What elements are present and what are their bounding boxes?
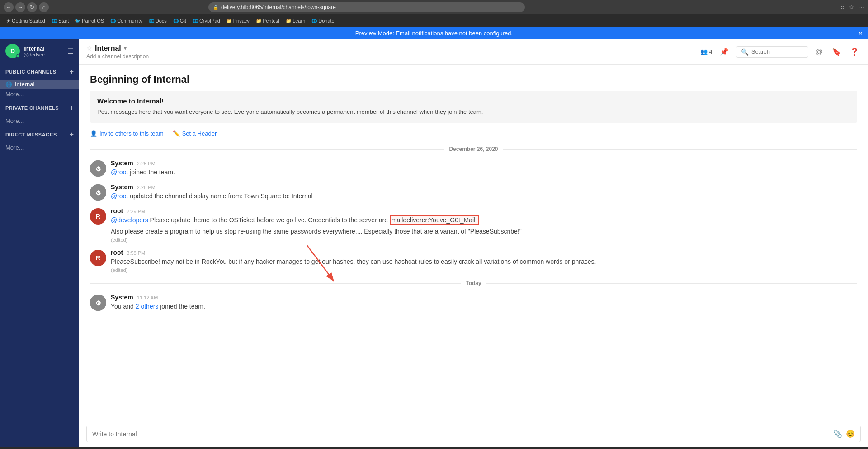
bookmark-community[interactable]: 🌐 Community	[108, 17, 145, 24]
bookmark-git[interactable]: 🌐 Git	[170, 17, 189, 24]
channel-search-box[interactable]: 🔍	[736, 46, 808, 58]
bookmarks-bar: ★ Getting Started 🌐 Start 🐦 Parrot OS 🌐 …	[0, 14, 868, 27]
preview-banner-text: Preview Mode: Email notifications have n…	[355, 30, 513, 37]
channel-description[interactable]: Add a channel description	[86, 53, 695, 60]
public-channels-title: PUBLIC CHANNELS	[5, 69, 57, 75]
refresh-button[interactable]: ↻	[27, 2, 37, 12]
browser-nav-buttons: ← → ↻ ⌂	[4, 2, 49, 12]
url-bar[interactable]: 🔒 delivery.htb:8065/internal/channels/to…	[208, 2, 525, 12]
chat-beginning: Beginning of Internal Welcome to Interna…	[90, 74, 857, 137]
bookmark-label: Privacy	[233, 18, 250, 23]
bookmark-icon[interactable]: 🔖	[830, 46, 843, 58]
search-input[interactable]	[751, 48, 803, 55]
message-input-area: 📎 😊	[79, 421, 868, 447]
pin-icon[interactable]: 📌	[718, 46, 731, 58]
message-author: System	[111, 294, 133, 301]
message-header: System 11:12 AM	[111, 294, 857, 301]
welcome-text: Post messages here that you want everyon…	[97, 108, 850, 117]
set-header-link[interactable]: ✏️ Set a Header	[173, 130, 217, 137]
parrot-icon: 🐦	[75, 19, 80, 23]
folder-icon: 📁	[256, 19, 261, 23]
system-avatar: ⚙	[90, 160, 106, 177]
add-public-channel-button[interactable]: +	[70, 68, 74, 76]
invite-others-link[interactable]: 👤 Invite others to this team	[90, 130, 164, 137]
bookmark-label: Learn	[292, 18, 305, 23]
message-time: 2:25 PM	[137, 161, 156, 166]
add-private-channel-button[interactable]: +	[70, 104, 74, 112]
bookmark-start[interactable]: 🌐 Start	[49, 17, 71, 24]
channel-members[interactable]: 👥 4	[700, 48, 712, 55]
message-text: @developers Please update theme to the O…	[111, 215, 857, 225]
message-author: System	[111, 183, 133, 191]
app-layout: D Internal @dedsec ☰ PUBLIC CHANNELS + 🌐…	[0, 39, 868, 447]
more-icon[interactable]: ⋯	[858, 4, 864, 11]
message-group: R root 2:29 PM @developers Please update…	[90, 207, 857, 243]
private-channels-section: PRIVATE CHANNELS +	[0, 99, 79, 116]
system-avatar: ⚙	[90, 184, 106, 201]
public-channels-more[interactable]: More...	[0, 89, 79, 99]
back-button[interactable]: ←	[4, 2, 14, 12]
date-divider-dec26: December 26, 2020	[90, 146, 857, 152]
online-status-dot	[16, 54, 19, 58]
preview-banner-close[interactable]: ×	[859, 29, 863, 37]
avatar-initial: D	[10, 47, 15, 55]
pencil-icon: ✏️	[173, 130, 180, 137]
bookmark-label: Parrot OS	[82, 18, 104, 23]
globe-icon: 🌐	[311, 19, 317, 23]
direct-messages-section: DIRECT MESSAGES +	[0, 126, 79, 142]
message-group: ⚙ System 11:12 AM You and 2 others joine…	[90, 294, 857, 311]
message-text-line2: Also please create a program to help us …	[111, 227, 857, 236]
members-icon: 👥	[700, 48, 708, 55]
message-time: 11:12 AM	[137, 295, 158, 300]
bookmark-cryptpad[interactable]: 🌐 CryptPad	[190, 17, 223, 24]
bookmark-label: Git	[180, 18, 186, 23]
message-text: PleaseSubscribe! may not be in RockYou b…	[111, 257, 857, 267]
mention: @root	[111, 192, 128, 200]
bookmark-label: Getting Started	[12, 18, 45, 23]
bookmark-privacy[interactable]: 📁 Privacy	[224, 17, 252, 24]
forward-button[interactable]: →	[15, 2, 25, 12]
channel-chevron-icon[interactable]: ▾	[124, 45, 127, 51]
bookmark-label: Pentest	[263, 18, 279, 23]
public-channels-section: PUBLIC CHANNELS +	[0, 63, 79, 80]
preview-banner: Preview Mode: Email notifications have n…	[0, 27, 868, 39]
bookmark-parrot-os[interactable]: 🐦 Parrot OS	[72, 17, 107, 24]
set-header-label: Set a Header	[182, 130, 217, 137]
message-content: System 2:28 PM @root updated the channel…	[111, 183, 857, 201]
sidebar-item-internal[interactable]: 🌐 Internal	[0, 80, 79, 89]
help-icon[interactable]: ❓	[848, 46, 861, 58]
direct-messages-more[interactable]: More...	[0, 142, 79, 153]
private-channels-more[interactable]: More...	[0, 116, 79, 126]
at-mention-icon[interactable]: @	[814, 46, 825, 58]
channel-title-row: ☆ Internal ▾	[86, 44, 695, 52]
url-text: delivery.htb:8065/internal/channels/town…	[221, 4, 336, 10]
message-group: ⚙ System 2:25 PM @root joined the team.	[90, 159, 857, 177]
message-text-part: joined the team.	[130, 168, 175, 176]
bookmark-star-icon[interactable]: ☆	[849, 4, 854, 11]
home-button[interactable]: ⌂	[39, 2, 49, 12]
message-group: R root 3:58 PM PleaseSubscribe! may not …	[90, 249, 857, 273]
avatar: D	[5, 44, 20, 58]
attachment-icon[interactable]: 📎	[833, 430, 842, 438]
bookmark-learn[interactable]: 📁 Learn	[283, 17, 308, 24]
chat-beginning-title: Beginning of Internal	[90, 74, 857, 85]
bookmark-pentest[interactable]: 📁 Pentest	[253, 17, 282, 24]
bookmark-label: Start	[58, 18, 69, 23]
message-text-part: updated the channel display name from: T…	[130, 192, 312, 200]
bookmark-getting-started[interactable]: ★ Getting Started	[4, 17, 48, 24]
bookmark-label: Donate	[318, 18, 334, 23]
bookmark-star-icon: ★	[6, 19, 10, 23]
add-direct-message-button[interactable]: +	[70, 131, 74, 139]
channel-favorite-icon[interactable]: ☆	[86, 45, 92, 52]
status-bar: delivery.htb:8065/internal/channels/town…	[0, 447, 868, 449]
message-input[interactable]	[92, 430, 830, 438]
message-content: System 2:25 PM @root joined the team.	[111, 159, 857, 177]
emoji-icon[interactable]: 😊	[846, 430, 855, 438]
svg-text:⚙: ⚙	[95, 165, 101, 173]
extensions-icon[interactable]: ⠿	[840, 4, 845, 11]
svg-text:⚙: ⚙	[95, 189, 101, 196]
bookmark-donate[interactable]: 🌐 Donate	[309, 17, 337, 24]
message-content: root 2:29 PM @developers Please update t…	[111, 207, 857, 243]
bookmark-docs[interactable]: 🌐 Docs	[146, 17, 170, 24]
sidebar-menu-button[interactable]: ☰	[67, 47, 74, 56]
